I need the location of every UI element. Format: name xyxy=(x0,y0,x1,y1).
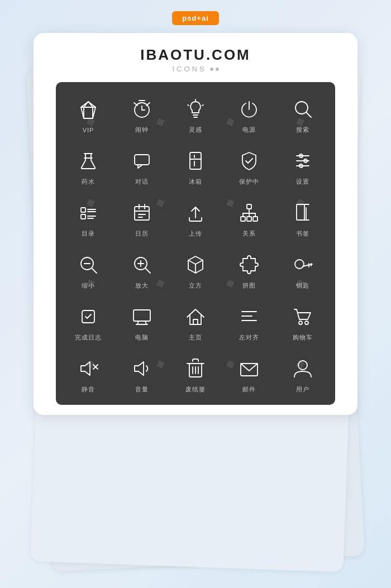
icon-cell-home[interactable]: 主页 xyxy=(169,295,222,347)
zoom-out-label: 缩小 xyxy=(82,281,95,290)
icon-cell-alarm[interactable]: 闹钟 xyxy=(115,88,169,140)
icon-cell-shield[interactable]: 保护中 xyxy=(222,140,276,192)
cube-label: 立方 xyxy=(189,281,202,290)
puzzle-label: 拼图 xyxy=(242,281,256,290)
power-icon xyxy=(237,97,261,121)
svg-rect-42 xyxy=(253,217,258,221)
mute-icon xyxy=(76,356,101,381)
svg-line-68 xyxy=(137,321,139,324)
alarm-label: 闹钟 xyxy=(135,126,149,134)
volume-icon xyxy=(130,356,154,381)
upload-icon xyxy=(183,200,208,225)
svg-rect-41 xyxy=(247,217,251,221)
card-subtitle: ICONS xyxy=(172,65,218,73)
checklist-label: 完成日志 xyxy=(75,333,102,342)
icon-cell-chat[interactable]: 对话 xyxy=(115,140,169,192)
svg-rect-15 xyxy=(135,155,149,165)
mute-label: 静音 xyxy=(82,385,95,394)
svg-line-54 xyxy=(92,268,97,273)
icon-cell-cart[interactable]: 购物车 xyxy=(276,295,330,347)
home-label: 主页 xyxy=(189,333,202,342)
calendar-label: 日历 xyxy=(135,230,149,238)
fridge-label: 冰箱 xyxy=(189,178,202,186)
cart-icon xyxy=(290,304,315,329)
svg-line-12 xyxy=(306,112,311,117)
shield-icon xyxy=(237,149,261,173)
icon-cell-puzzle[interactable]: 拼图 xyxy=(222,243,276,295)
icon-cell-bookmark[interactable]: 书签 xyxy=(276,192,330,243)
svg-rect-27 xyxy=(81,214,85,219)
user-label: 用户 xyxy=(296,385,309,394)
icon-cell-idea[interactable]: 灵感 xyxy=(169,88,222,140)
shield-label: 保护中 xyxy=(239,178,259,186)
icon-cell-upload[interactable]: 上传 xyxy=(169,192,222,243)
home-icon xyxy=(183,304,208,329)
icon-cell-zoom-out[interactable]: 缩小 xyxy=(61,243,115,295)
icon-cell-key[interactable]: 钥匙 xyxy=(276,243,330,295)
bookmark-icon xyxy=(290,200,315,225)
search-icon xyxy=(290,97,315,121)
idea-label: 灵感 xyxy=(189,126,202,134)
vip-icon xyxy=(76,98,101,122)
svg-point-76 xyxy=(305,321,308,324)
key-icon xyxy=(290,252,315,277)
trash-icon xyxy=(183,356,208,381)
svg-rect-71 xyxy=(193,319,198,324)
trash-label: 废纸篓 xyxy=(185,385,206,394)
icon-cell-mute[interactable]: 静音 xyxy=(61,347,115,399)
icon-cell-search[interactable]: 搜索 xyxy=(276,88,330,140)
icon-cell-calendar[interactable]: 日历 xyxy=(115,192,169,243)
icon-cell-trash[interactable]: 废纸篓 xyxy=(169,347,222,399)
icon-cell-volume[interactable]: 音量 xyxy=(115,347,169,399)
icon-cell-settings[interactable]: 设置 xyxy=(276,140,330,192)
icon-cell-mail[interactable]: 邮件 xyxy=(222,347,276,399)
search-label: 搜索 xyxy=(296,126,309,134)
menu-icon xyxy=(76,200,101,225)
icon-cell-vip[interactable]: VIP xyxy=(61,88,115,140)
icon-cell-flask[interactable]: 药水 xyxy=(61,140,115,192)
icon-cell-checklist[interactable]: 完成日志 xyxy=(61,295,115,347)
main-card: IBAOTU.COM ICONS ❖ ❖ ❖ ❖ ❖ ❖ ❖ ❖ ❖ ❖ ❖ xyxy=(34,33,357,415)
svg-line-59 xyxy=(188,260,196,264)
puzzle-icon xyxy=(237,252,261,277)
svg-marker-80 xyxy=(135,362,144,375)
cart-label: 购物车 xyxy=(293,333,313,342)
badge: psd+ai xyxy=(172,11,219,25)
icon-cell-hierarchy[interactable]: 关系 xyxy=(222,192,276,243)
svg-rect-26 xyxy=(81,208,85,212)
chat-icon xyxy=(130,149,154,173)
alarm-icon xyxy=(130,97,154,121)
flask-icon xyxy=(76,149,101,173)
icon-cell-menu[interactable]: 目录 xyxy=(61,192,115,243)
svg-point-87 xyxy=(298,361,307,370)
fridge-icon xyxy=(183,149,208,173)
icon-cell-align-left[interactable]: 左对齐 xyxy=(222,295,276,347)
icon-grid: VIP闹钟灵感电源搜索药水对话冰箱保护中设置目录日历上传关系书签缩小放大立方拼图… xyxy=(61,88,330,399)
computer-label: 电脑 xyxy=(135,333,149,342)
icon-cell-zoom-in[interactable]: 放大 xyxy=(115,243,169,295)
svg-marker-0 xyxy=(81,102,96,118)
align-left-label: 左对齐 xyxy=(239,333,259,342)
user-icon xyxy=(290,356,315,381)
flask-label: 药水 xyxy=(82,178,95,186)
bookmark-label: 书签 xyxy=(296,230,309,238)
mail-icon xyxy=(237,356,261,381)
upload-label: 上传 xyxy=(189,230,202,238)
svg-line-58 xyxy=(145,268,150,273)
svg-line-9 xyxy=(202,105,203,106)
computer-icon xyxy=(130,304,154,329)
svg-rect-16 xyxy=(190,152,201,169)
icon-cell-fridge[interactable]: 冰箱 xyxy=(169,140,222,192)
cube-icon xyxy=(183,252,208,277)
svg-point-75 xyxy=(299,321,302,324)
icon-cell-cube[interactable]: 立方 xyxy=(169,243,222,295)
icon-cell-computer[interactable]: 电脑 xyxy=(115,295,169,347)
zoom-out-icon xyxy=(76,252,101,277)
icon-cell-power[interactable]: 电源 xyxy=(222,88,276,140)
idea-icon xyxy=(183,97,208,121)
key-label: 钥匙 xyxy=(296,281,309,290)
menu-label: 目录 xyxy=(82,230,95,238)
svg-point-62 xyxy=(295,260,304,269)
checklist-icon xyxy=(76,304,101,329)
icon-cell-user[interactable]: 用户 xyxy=(276,347,330,399)
